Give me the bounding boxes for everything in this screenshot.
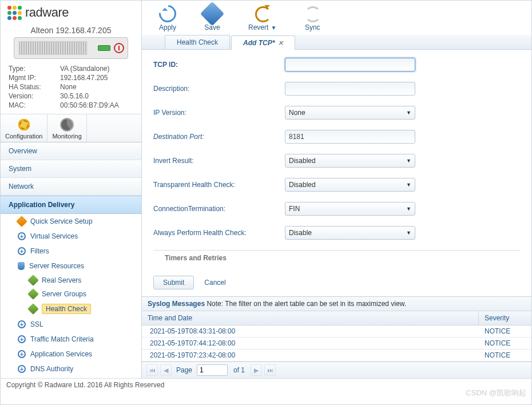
info-mgmt-value: 192.168.47.205 — [60, 74, 133, 82]
nav-tree[interactable]: Overview System Network Application Deli… — [1, 142, 141, 378]
info-ver-value: 30.5.16.0 — [60, 92, 133, 100]
syslog-row[interactable]: 2021-05-19T07:44:12-08:00NOTICE — [142, 338, 531, 350]
fieldset-timers-retries: Timers and Retries — [153, 250, 520, 262]
syslog-rows: 2021-05-19T08:43:31-08:00NOTICE2021-05-1… — [142, 325, 531, 362]
main-toolbar: Apply Save Revert▼ Sync — [142, 1, 531, 35]
pager-prev-button[interactable]: ◀ — [160, 364, 172, 376]
revert-button[interactable]: Revert▼ — [248, 5, 276, 31]
label-always-perform-hc: Always Perform Health Check: — [153, 229, 285, 237]
nav-network[interactable]: Network — [1, 178, 141, 196]
green-diamond-icon — [27, 303, 39, 315]
nav-quick-service-setup[interactable]: Quick Service Setup — [1, 214, 141, 229]
green-diamond-icon — [27, 275, 39, 286]
select-invert-result[interactable]: Disabled▼ — [285, 154, 415, 168]
device-image — [14, 37, 128, 59]
revert-icon — [254, 5, 271, 22]
nav-traffic-match[interactable]: Traffic Match Criteria — [1, 332, 141, 347]
input-tcp-id[interactable] — [285, 58, 415, 72]
power-icon — [114, 43, 124, 53]
brand-logo: radware — [1, 1, 141, 22]
label-tcp-id: TCP ID: — [153, 61, 285, 69]
nav-server-resources[interactable]: Server Resources — [1, 259, 141, 273]
select-transparent-hc[interactable]: Disabled▼ — [285, 178, 415, 192]
plus-circle-icon — [18, 247, 26, 255]
close-icon[interactable]: ✕ — [278, 39, 283, 47]
nav-security[interactable]: Security — [1, 376, 141, 378]
input-description[interactable] — [285, 82, 415, 96]
nav-health-check[interactable]: Health Check — [1, 301, 141, 317]
nav-server-groups[interactable]: Server Groups — [1, 287, 141, 301]
save-button[interactable]: Save — [204, 5, 221, 31]
nav-filters[interactable]: Filters — [1, 244, 141, 259]
input-destination-port[interactable] — [285, 130, 415, 144]
device-led-icon — [98, 45, 110, 51]
info-type-value: VA (Standalone) — [60, 65, 133, 73]
nav-real-servers[interactable]: Real Servers — [1, 273, 141, 287]
pager-page-label: Page — [176, 366, 192, 374]
syslog-row[interactable]: 2021-05-19T08:43:31-08:00NOTICE — [142, 325, 531, 338]
left-panel: radware Alteon 192.168.47.205 Type:VA (S… — [1, 1, 142, 378]
plus-circle-icon — [18, 350, 26, 358]
info-ha-label: HA Status: — [9, 83, 60, 91]
cancel-button[interactable]: Cancel — [204, 279, 225, 287]
tab-add-tcp[interactable]: Add TCP*✕ — [231, 35, 295, 50]
syslog-row[interactable]: 2021-05-19T07:23:42-08:00NOTICE — [142, 350, 531, 362]
form-add-tcp: TCP ID: Description: IP Version: None▼ D… — [142, 50, 531, 269]
select-ip-version[interactable]: None▼ — [285, 106, 415, 120]
label-description: Description: — [153, 85, 285, 93]
col-time-date[interactable]: Time and Date — [142, 311, 479, 325]
col-severity[interactable]: Severity — [479, 311, 531, 325]
device-info: Type:VA (Standalone) Mgmt IP:192.168.47.… — [1, 62, 141, 114]
plus-circle-icon — [18, 335, 26, 343]
tab-configuration[interactable]: Configuration — [1, 114, 47, 142]
select-always-perform-hc[interactable]: Disable▼ — [285, 226, 415, 240]
syslog-columns: Time and Date Severity — [142, 311, 531, 325]
label-destination-port: Destination Port: — [153, 133, 285, 141]
pager-of-label: of 1 — [233, 366, 245, 374]
info-type-label: Type: — [9, 65, 60, 73]
pager-last-button[interactable]: ⏭ — [264, 364, 276, 376]
syslog-severity: NOTICE — [479, 325, 531, 337]
chevron-down-icon: ▼ — [406, 110, 411, 116]
nav-application-delivery[interactable]: Application Delivery — [1, 196, 141, 214]
syslog-severity: NOTICE — [479, 350, 531, 361]
chevron-down-icon: ▼ — [406, 182, 411, 188]
orange-diamond-icon — [16, 216, 27, 227]
tab-monitoring[interactable]: Monitoring — [47, 114, 86, 142]
nav-overview[interactable]: Overview — [1, 142, 141, 160]
chevron-down-icon: ▼ — [406, 158, 411, 164]
plus-circle-icon — [18, 232, 26, 240]
tab-configuration-label: Configuration — [5, 133, 42, 140]
sync-button[interactable]: Sync — [304, 5, 321, 31]
label-transparent-hc: Transparent Health Check: — [153, 181, 285, 189]
nav-dns-authority[interactable]: DNS Authority — [1, 362, 141, 376]
syslog-time: 2021-05-19T07:44:12-08:00 — [142, 338, 479, 349]
syslog-panel: Syslog Messages Note: The filter on the … — [142, 296, 531, 378]
pager-next-button[interactable]: ▶ — [251, 364, 262, 376]
plus-circle-icon — [18, 365, 26, 373]
syslog-pager: ⏮ ◀ Page of 1 ▶ ⏭ — [142, 362, 531, 378]
tab-health-check[interactable]: Health Check — [165, 35, 230, 49]
select-conn-termination[interactable]: FIN▼ — [285, 202, 415, 216]
info-mgmt-label: Mgmt IP: — [9, 74, 60, 82]
syslog-severity: NOTICE — [479, 338, 531, 349]
apply-icon — [156, 2, 180, 26]
sync-icon — [304, 5, 321, 22]
database-icon — [18, 262, 25, 270]
submit-button[interactable]: Submit — [153, 276, 194, 289]
nav-ssl[interactable]: SSL — [1, 317, 141, 332]
device-title: Alteon 192.168.47.205 — [1, 22, 141, 37]
pager-first-button[interactable]: ⏮ — [146, 364, 158, 376]
gauge-icon — [60, 118, 74, 132]
apply-button[interactable]: Apply — [159, 5, 176, 31]
pager-page-input[interactable] — [197, 364, 228, 376]
nav-system[interactable]: System — [1, 160, 141, 178]
nav-virtual-services[interactable]: Virtual Services — [1, 229, 141, 244]
info-ha-value: None — [60, 83, 133, 91]
label-invert-result: Invert Result: — [153, 157, 285, 165]
chevron-down-icon: ▼ — [271, 25, 276, 31]
nav-application-services[interactable]: Application Services — [1, 347, 141, 362]
tab-monitoring-label: Monitoring — [52, 133, 81, 140]
syslog-time: 2021-05-19T07:23:42-08:00 — [142, 350, 479, 361]
footer-copyright: Copyright © Radware Ltd. 2016 All Rights… — [1, 378, 531, 389]
